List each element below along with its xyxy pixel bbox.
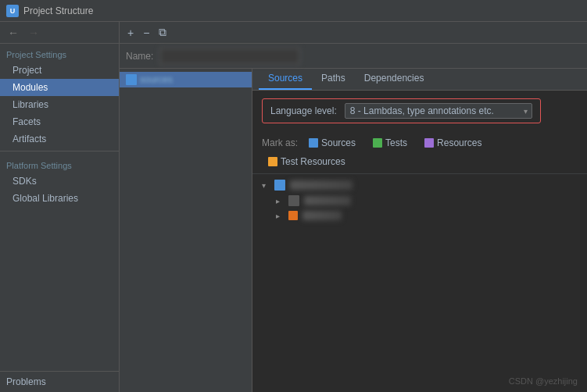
tests-icon xyxy=(373,138,382,148)
tree-row-1[interactable]: ▾ xyxy=(252,177,587,193)
main-layout: ← → Project Settings Project Modules Lib… xyxy=(0,22,587,392)
remove-module-button[interactable]: − xyxy=(140,25,152,41)
tree-row-2[interactable]: ▸ xyxy=(252,193,587,208)
mark-as-test-resources-button[interactable]: Test Resources xyxy=(262,155,352,169)
tabs-bar: Sources Paths Dependencies xyxy=(252,69,587,91)
expand-arrow-1: ▾ xyxy=(262,181,270,190)
language-level-label: Language level: xyxy=(270,105,337,116)
sidebar-item-libraries[interactable]: Libraries xyxy=(0,96,119,113)
nav-forward-button[interactable]: → xyxy=(25,25,42,41)
expand-arrow-3: ▸ xyxy=(276,212,284,220)
sidebar-item-artifacts[interactable]: Artifacts xyxy=(0,130,119,148)
tree-row-3[interactable]: ▸ xyxy=(252,208,587,223)
mark-as-label: Mark as: xyxy=(262,137,298,148)
add-module-button[interactable]: + xyxy=(124,25,137,41)
mark-as-tests-button[interactable]: Tests xyxy=(367,136,413,150)
tab-paths[interactable]: Paths xyxy=(312,69,355,90)
sources-icon xyxy=(309,138,318,148)
module-name-bar: Name: xyxy=(120,44,587,69)
sidebar-item-sdks[interactable]: SDKs xyxy=(0,173,119,190)
tree-label-1 xyxy=(290,180,353,190)
resources-icon xyxy=(424,138,434,148)
title-bar: U Project Structure xyxy=(0,0,587,22)
folder-icon-3 xyxy=(288,211,298,220)
folder-icon xyxy=(126,74,137,85)
sidebar-item-facets[interactable]: Facets xyxy=(0,113,119,130)
details-tree: ▾ ▸ ▸ xyxy=(252,174,587,392)
expand-arrow-2: ▸ xyxy=(276,197,284,205)
sidebar-item-problems[interactable]: Problems xyxy=(0,371,119,392)
copy-module-button[interactable]: ⧉ xyxy=(156,24,170,41)
sidebar-item-modules[interactable]: Modules xyxy=(0,79,119,96)
folder-icon-2 xyxy=(288,195,299,206)
sidebar-item-global-libraries[interactable]: Global Libraries xyxy=(0,190,119,207)
folder-icon-1 xyxy=(274,180,285,191)
app-icon: U xyxy=(6,5,19,17)
language-level-section: Language level: 8 - Lambdas, type annota… xyxy=(252,91,587,131)
project-settings-label: Project Settings xyxy=(0,44,119,62)
title-bar-text: Project Structure xyxy=(23,5,93,16)
mark-as-resources-button[interactable]: Resources xyxy=(418,136,488,150)
nav-back-button[interactable]: ← xyxy=(5,25,22,41)
tree-item-main[interactable]: sources xyxy=(120,72,252,87)
sidebar: ← → Project Settings Project Modules Lib… xyxy=(0,22,120,392)
watermark: CSDN @yezhijing xyxy=(509,376,578,386)
sidebar-divider xyxy=(0,151,119,151)
test-resources-icon xyxy=(268,157,277,166)
module-content: sources Sources Paths Dependencies xyxy=(120,69,587,392)
toolbar: + − ⧉ xyxy=(120,22,587,44)
mark-as-sources-button[interactable]: Sources xyxy=(302,136,362,150)
sidebar-nav-bar: ← → xyxy=(0,22,119,44)
file-tree-panel: sources xyxy=(120,69,252,392)
content-area: + − ⧉ Name: sources Sourc xyxy=(120,22,587,392)
tab-sources[interactable]: Sources xyxy=(259,69,312,90)
mark-as-section: Mark as: Sources Tests Resources xyxy=(252,131,587,174)
tree-label-2 xyxy=(304,196,351,205)
language-level-select-wrapper: 8 - Lambdas, type annotations etc. 7 - D… xyxy=(345,103,532,119)
details-panel: Sources Paths Dependencies Language leve… xyxy=(252,69,587,392)
tab-dependencies[interactable]: Dependencies xyxy=(355,69,434,90)
language-level-box: Language level: 8 - Lambdas, type annota… xyxy=(262,98,541,123)
sidebar-item-project[interactable]: Project xyxy=(0,62,119,79)
platform-settings-label: Platform Settings xyxy=(0,155,119,173)
module-name-input[interactable] xyxy=(159,48,300,65)
tree-label-3 xyxy=(302,211,342,220)
name-label: Name: xyxy=(126,51,153,62)
language-level-select[interactable]: 8 - Lambdas, type annotations etc. 7 - D… xyxy=(345,103,532,119)
